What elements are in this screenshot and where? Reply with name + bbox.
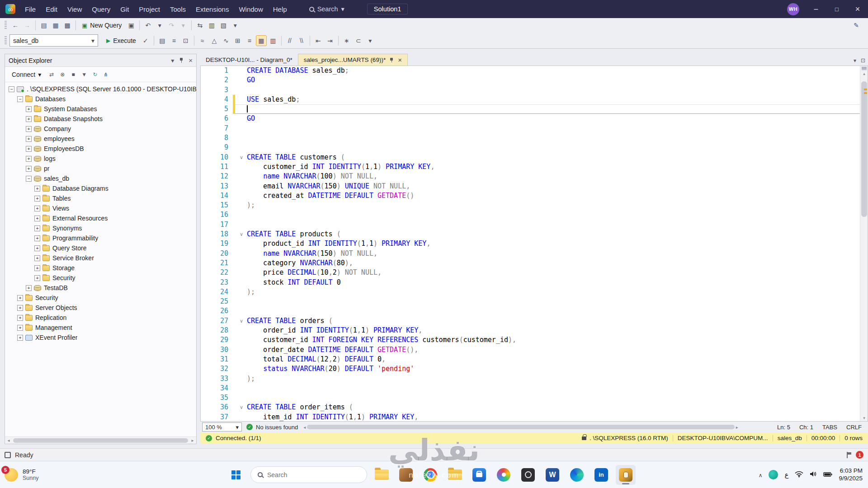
stop-icon[interactable]: ■ bbox=[69, 70, 78, 79]
menu-help[interactable]: Help bbox=[268, 0, 292, 18]
tree-item[interactable]: +Database Snapshots bbox=[5, 114, 196, 124]
surround-menu-icon[interactable]: ▾ bbox=[365, 35, 376, 46]
tree-item[interactable]: +System Databases bbox=[5, 104, 196, 114]
ssms-icon[interactable] bbox=[616, 465, 636, 485]
expander-plus-icon[interactable]: + bbox=[26, 136, 32, 142]
tree-item[interactable]: −Databases bbox=[5, 94, 196, 104]
tabs-indicator[interactable]: TABS bbox=[822, 424, 837, 431]
minimize-button[interactable] bbox=[806, 0, 826, 18]
toolbar-grip-2[interactable] bbox=[5, 36, 7, 45]
issues-indicator[interactable]: No issues found bbox=[246, 424, 298, 431]
tree-item[interactable]: +Replication bbox=[5, 313, 196, 323]
expander-plus-icon[interactable]: + bbox=[34, 245, 40, 251]
expander-plus-icon[interactable]: + bbox=[17, 295, 23, 301]
documents-folder-icon[interactable] bbox=[445, 465, 465, 485]
tree-item[interactable]: +Database Diagrams bbox=[5, 183, 196, 193]
tree-item[interactable]: +Service Broker bbox=[5, 253, 196, 263]
tree-item[interactable]: +Company bbox=[5, 124, 196, 134]
notification-badge[interactable]: 1 bbox=[856, 451, 863, 459]
code-editor[interactable]: 1CREATE DATABASE sales_db;2GO34USE sales… bbox=[200, 66, 868, 422]
tab-2[interactable]: sales_projec...UMARTS (69))*× bbox=[298, 54, 408, 66]
tree-item[interactable]: +Tables bbox=[5, 193, 196, 203]
database-selector[interactable]: sales_db bbox=[9, 34, 98, 47]
notifications-flag-icon[interactable] bbox=[846, 452, 851, 458]
query-options-icon[interactable]: ▤ bbox=[157, 35, 168, 46]
nav-back-icon[interactable]: ← bbox=[10, 20, 21, 31]
menu-edit[interactable]: Edit bbox=[41, 0, 62, 18]
indent-decrease-icon[interactable]: ⇤ bbox=[313, 35, 324, 46]
tree-item[interactable]: +Security bbox=[5, 293, 196, 303]
scroll-left-icon[interactable] bbox=[5, 438, 12, 443]
menu-git[interactable]: Git bbox=[115, 0, 134, 18]
tree-item[interactable]: +EmployeesDB bbox=[5, 144, 196, 154]
tree-item[interactable]: +Views bbox=[5, 203, 196, 213]
taskbar-search[interactable] bbox=[250, 466, 367, 483]
new-query-doc-icon[interactable]: ▣ bbox=[126, 20, 137, 31]
expander-plus-icon[interactable]: + bbox=[17, 325, 23, 331]
language-indicator[interactable]: ع bbox=[784, 471, 788, 479]
active-files-dropdown-icon[interactable] bbox=[854, 57, 856, 64]
expander-plus-icon[interactable]: + bbox=[34, 186, 40, 192]
intellisense-toggle-icon[interactable]: ∗ bbox=[341, 35, 352, 46]
scroll-left-icon[interactable] bbox=[303, 425, 306, 430]
tree-item[interactable]: +Query Store bbox=[5, 243, 196, 253]
expander-minus-icon[interactable]: − bbox=[26, 176, 32, 182]
open-file-icon[interactable]: ▤ bbox=[38, 20, 49, 31]
surround-with-icon[interactable]: ⊂ bbox=[353, 35, 364, 46]
pin-icon[interactable] bbox=[389, 57, 394, 63]
menu-query[interactable]: Query bbox=[87, 0, 115, 18]
battery-icon[interactable] bbox=[823, 471, 832, 479]
fold-arrow-icon[interactable]: ∨ bbox=[236, 153, 247, 162]
tree-item[interactable]: +Management bbox=[5, 323, 196, 333]
maximize-button[interactable] bbox=[826, 0, 847, 18]
vertical-scrollbar[interactable] bbox=[860, 66, 868, 421]
save-icon[interactable]: ▦ bbox=[50, 20, 61, 31]
expander-plus-icon[interactable]: + bbox=[17, 305, 23, 311]
splitter-handle[interactable] bbox=[862, 67, 867, 70]
parse-check-icon[interactable]: ✓ bbox=[140, 35, 151, 46]
chrome-icon[interactable] bbox=[420, 465, 440, 485]
attach-icon[interactable]: ⇄ bbox=[47, 70, 56, 79]
detach-icon[interactable]: ⊗ bbox=[58, 70, 67, 79]
menu-project[interactable]: Project bbox=[134, 0, 165, 18]
tab-1[interactable]: DESKTOP-U10I... - Diagram_0* bbox=[200, 54, 298, 66]
connect-button[interactable]: Connect bbox=[9, 69, 44, 80]
nav-forward-icon[interactable]: → bbox=[22, 20, 33, 31]
fold-arrow-icon[interactable]: ∨ bbox=[236, 230, 247, 239]
tree-item[interactable]: +Server Objects bbox=[5, 303, 196, 313]
tree-item[interactable]: +Security bbox=[5, 273, 196, 283]
menu-file[interactable]: File bbox=[20, 0, 41, 18]
word-icon[interactable] bbox=[542, 465, 562, 485]
wifi-icon[interactable] bbox=[795, 471, 803, 479]
scroll-right-icon[interactable] bbox=[736, 425, 738, 430]
microsoft-store-icon[interactable] bbox=[469, 465, 489, 485]
expander-plus-icon[interactable]: + bbox=[34, 265, 40, 271]
photos-icon[interactable] bbox=[494, 465, 514, 485]
search-input[interactable] bbox=[267, 471, 344, 479]
dark-app-icon[interactable] bbox=[518, 465, 538, 485]
volume-icon[interactable] bbox=[810, 471, 817, 479]
tree-item[interactable]: −sales_db bbox=[5, 174, 196, 183]
tree-nav-icon[interactable]: ⋔ bbox=[101, 70, 110, 79]
tree-item[interactable]: +TestaDB bbox=[5, 283, 196, 293]
expander-plus-icon[interactable]: + bbox=[34, 206, 40, 211]
redo-icon[interactable]: ↷ bbox=[166, 20, 177, 31]
weather-widget[interactable]: 5 89°F Sunny bbox=[5, 468, 38, 482]
undo-icon[interactable]: ↶ bbox=[142, 20, 153, 31]
indent-increase-icon[interactable]: ⇥ bbox=[325, 35, 335, 46]
fold-arrow-icon[interactable]: ∨ bbox=[236, 403, 247, 412]
tray-expand-icon[interactable] bbox=[759, 471, 763, 479]
horizontal-scrollbar[interactable] bbox=[303, 424, 768, 430]
scroll-down-icon[interactable] bbox=[860, 416, 868, 420]
edge-icon[interactable] bbox=[567, 465, 587, 485]
expander-plus-icon[interactable]: + bbox=[34, 235, 40, 241]
filter-icon[interactable]: ▼ bbox=[80, 70, 89, 79]
linkedin-icon[interactable] bbox=[591, 465, 611, 485]
clock[interactable]: 6:03 PM 9/9/2025 bbox=[839, 467, 863, 483]
app-brown-icon[interactable] bbox=[396, 465, 416, 485]
template-params-icon[interactable]: ⊡ bbox=[180, 35, 191, 46]
new-query-button[interactable]: ▣New Query bbox=[78, 20, 125, 30]
solution-selector[interactable]: Solution1 bbox=[367, 4, 408, 14]
window-position-icon[interactable] bbox=[171, 57, 174, 64]
execute-button[interactable]: ▶Execute bbox=[103, 36, 140, 46]
